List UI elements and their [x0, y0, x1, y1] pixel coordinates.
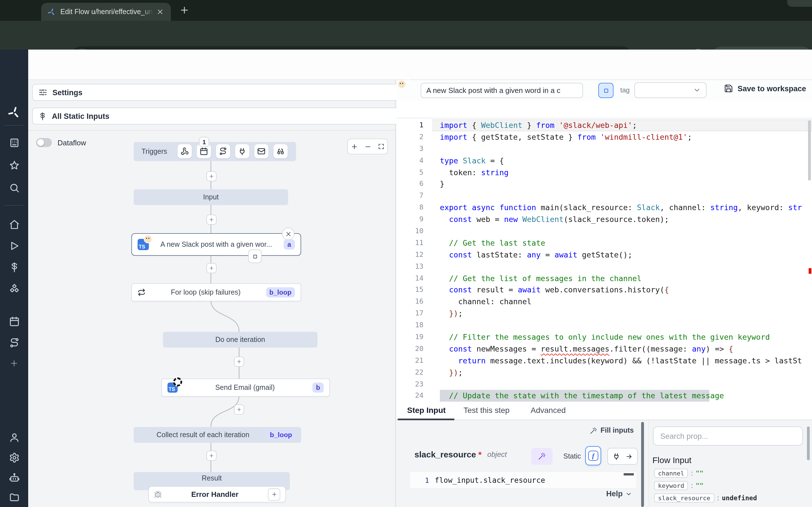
help-label: Help: [606, 490, 623, 498]
screen: Edit Flow u/henri/effective_un app.windm…: [0, 0, 812, 507]
forloop-id-badge: b_loop: [266, 287, 295, 297]
help-button[interactable]: Help: [606, 490, 632, 498]
chevron-down-icon: [626, 490, 632, 497]
browser-toolbar: app.windmill.dev/flows/edit/u/henri/effe…: [0, 21, 812, 50]
function-icon: f: [588, 451, 598, 461]
prop-ai-button[interactable]: [531, 448, 553, 465]
flow-input-row[interactable]: keyword:"": [654, 481, 703, 491]
code-editor[interactable]: 1import { WebClient } from '@slack/web-a…: [396, 118, 812, 402]
chevron-down-icon: [693, 86, 701, 94]
tab-close-icon[interactable]: [157, 8, 163, 15]
sidebar-item-routes[interactable]: [0, 333, 28, 352]
sidebar-item-workers[interactable]: [0, 468, 28, 487]
bug-icon: [154, 490, 162, 498]
delete-step-button[interactable]: [282, 228, 294, 240]
new-tab-button[interactable]: [179, 5, 190, 15]
schedule-count-badge: 1: [199, 137, 209, 147]
sidebar-item-add[interactable]: [0, 354, 28, 373]
sidebar-item-folders[interactable]: [0, 487, 28, 506]
wand-icon: [538, 452, 546, 460]
tab-advanced[interactable]: Advanced: [530, 406, 566, 414]
search-prop-input[interactable]: [653, 427, 803, 446]
flow-input-key[interactable]: slack_resource: [654, 494, 714, 503]
expression-editor[interactable]: 1 flow_input.slack_resource: [410, 472, 636, 488]
sidebar-item-schedules[interactable]: [0, 312, 28, 331]
sidebar-item-users[interactable]: [0, 428, 28, 447]
step-tabs: [396, 402, 812, 420]
sidebar-item-favorites[interactable]: [0, 156, 28, 175]
error-handler-node[interactable]: Error Handler: [148, 486, 286, 503]
iteration-node[interactable]: Do one iteration: [163, 332, 317, 348]
route-trigger-icon[interactable]: [216, 144, 230, 158]
add-error-handler-button[interactable]: [268, 488, 280, 501]
panel-scrollbar[interactable]: [641, 422, 644, 507]
close-icon: [285, 231, 291, 237]
fill-inputs-label: Fill inputs: [601, 427, 634, 434]
insert-step-button[interactable]: [234, 356, 244, 367]
tag-select[interactable]: [635, 82, 707, 98]
app-sidebar: [0, 50, 28, 507]
windmill-favicon: [47, 8, 56, 16]
early-stop-button[interactable]: [248, 249, 262, 263]
stop-after-if-button[interactable]: [598, 83, 613, 98]
insert-step-button[interactable]: [206, 215, 216, 225]
input-node[interactable]: Input: [134, 189, 288, 205]
slack-step-label: A new Slack post with a given wor...: [149, 240, 284, 248]
prop-name: slack_resource: [414, 450, 476, 459]
colon: :: [691, 482, 693, 490]
insert-step-button[interactable]: [234, 404, 244, 414]
code-line: 11 // Get the last state: [396, 237, 812, 249]
tab-step-input[interactable]: Step Input: [407, 406, 446, 414]
flow-input-row[interactable]: channel:"": [654, 468, 703, 478]
code-line: 8export async function main(slack_resour…: [396, 202, 812, 214]
poll-trigger-icon[interactable]: [273, 144, 288, 158]
prop-type: object: [487, 450, 507, 459]
sidebar-item-apps[interactable]: [0, 133, 28, 152]
save-to-workspace-button[interactable]: Save to workspace: [724, 84, 806, 93]
flow-input-title: Flow Input: [652, 455, 691, 465]
connect-input-button[interactable]: [607, 448, 638, 465]
iteration-label: Do one iteration: [215, 336, 265, 344]
email-node[interactable]: TS Send Email (gmail) b: [161, 379, 330, 397]
slack-step-node[interactable]: TS A new Slack post with a given wor... …: [132, 233, 301, 256]
sidebar-item-variables[interactable]: [0, 258, 28, 277]
editor-scrollbar[interactable]: [808, 121, 811, 180]
slack-step-id-badge: a: [284, 239, 295, 249]
collect-node[interactable]: Collect result of each iteration b_loop: [134, 427, 301, 443]
sidebar-item-search[interactable]: [0, 178, 28, 197]
triggers-node[interactable]: Triggers 1: [134, 142, 296, 161]
sidebar-item-resources[interactable]: [0, 279, 28, 298]
email-trigger-icon[interactable]: [254, 144, 268, 158]
webhook-trigger-icon[interactable]: [177, 144, 192, 158]
insert-step-button[interactable]: [206, 171, 216, 181]
code-line: 12 const lastState: any = await getState…: [396, 249, 812, 261]
insert-step-button[interactable]: [206, 451, 216, 461]
save-icon: [724, 84, 733, 93]
code-line: 15 const result = await web.conversation…: [396, 284, 812, 296]
flow-input-key[interactable]: keyword: [654, 481, 688, 490]
sidebar-item-home[interactable]: [0, 215, 28, 234]
email-label: Send Email (gmail): [177, 384, 312, 392]
right-scrollbar[interactable]: [807, 427, 810, 460]
code-line: 7: [396, 190, 812, 202]
websocket-trigger-icon[interactable]: [235, 144, 249, 158]
tab-test-this-step[interactable]: Test this step: [463, 406, 509, 414]
fill-inputs-button[interactable]: Fill inputs: [588, 422, 636, 439]
input-label: Input: [203, 193, 219, 201]
window-chip: [787, 0, 812, 7]
save-label: Save to workspace: [738, 84, 806, 93]
flow-input-row[interactable]: slack_resource:undefined: [654, 493, 757, 503]
insert-step-button[interactable]: [206, 263, 216, 273]
javascript-expr-toggle[interactable]: f: [585, 446, 601, 465]
browser-tab[interactable]: Edit Flow u/henri/effective_un: [41, 3, 171, 21]
active-tab-underline: [398, 418, 455, 420]
typescript-icon: TS: [138, 239, 149, 250]
colon: :: [691, 469, 693, 477]
code-line: 3: [396, 143, 812, 155]
sidebar-item-settings[interactable]: [0, 448, 28, 467]
windmill-logo[interactable]: [0, 103, 28, 122]
step-name-input[interactable]: [421, 83, 583, 98]
flow-input-key[interactable]: channel: [654, 469, 688, 478]
sidebar-item-runs[interactable]: [0, 236, 28, 255]
forloop-node[interactable]: For loop (skip failures) b_loop: [132, 283, 301, 301]
